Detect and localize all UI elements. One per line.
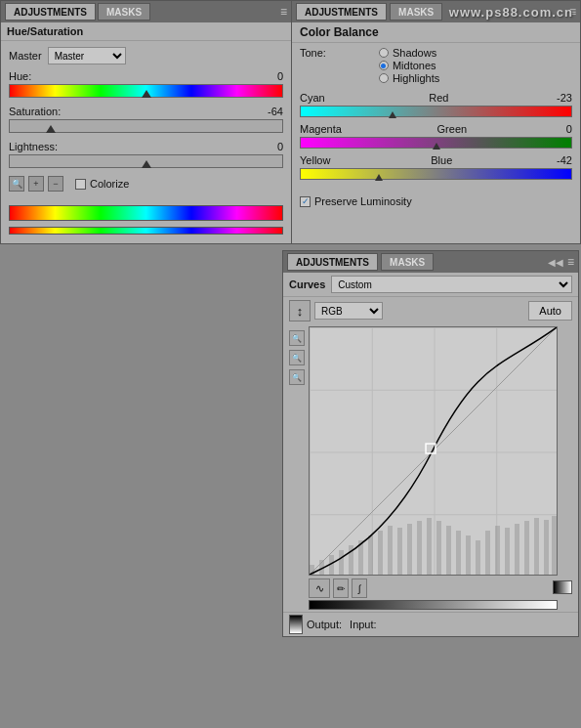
yellow-blue-thumb[interactable] (375, 175, 383, 183)
output-label: Output: (307, 619, 342, 630)
hs-title: Hue/Saturation (1, 22, 291, 41)
hs-panel-header: ADJUSTMENTS MASKS ≡ (1, 1, 291, 22)
preserve-checkbox[interactable]: ✓ (300, 196, 311, 207)
hue-slider-row: Hue: 0 (9, 70, 283, 98)
master-select[interactable]: Master (48, 47, 126, 64)
curves-pen-icon[interactable]: ✏ (333, 578, 349, 598)
spectrum-bar-top (9, 205, 283, 221)
curves-wave-icon[interactable]: ∿ (309, 578, 330, 598)
curves-preset-select[interactable]: Custom (331, 276, 572, 293)
shadows-label: Shadows (393, 47, 436, 59)
curves-tab-masks[interactable]: MASKS (381, 253, 434, 271)
gradient-preview (553, 580, 572, 594)
tone-section: Tone: Shadows Midtones Highlights (292, 43, 580, 88)
tone-midtones[interactable]: Midtones (379, 60, 439, 71)
hs-tab-masks[interactable]: MASKS (98, 3, 150, 21)
bottom-wrapper: ADJUSTMENTS MASKS ◀◀ ≡ Curves Custom ↕ R… (0, 250, 581, 637)
lightness-value: 0 (277, 141, 283, 152)
sat-track[interactable] (9, 119, 283, 133)
lightness-slider-row: Lightness: 0 (9, 141, 283, 168)
curves-expand-icon[interactable]: ◀◀ (548, 257, 563, 268)
highlights-radio[interactable] (379, 73, 389, 83)
cyan-red-row: Cyan Red -23 (300, 92, 572, 117)
cb-tab-adjustments[interactable]: ADJUSTMENTS (296, 3, 387, 21)
tone-options: Shadows Midtones Highlights (379, 47, 439, 84)
input-item: Input: (350, 615, 377, 634)
yellow-label: Yellow (300, 154, 330, 166)
mag-green-track[interactable] (300, 137, 572, 149)
sat-thumb[interactable] (47, 127, 55, 135)
input-label: Input: (350, 619, 377, 630)
curves-smooth-icon[interactable]: ∫ (352, 578, 367, 598)
hs-controls: Master Master Hue: 0 Saturation (1, 41, 291, 195)
hs-tabs: ADJUSTMENTS MASKS (5, 3, 150, 21)
cb-tab-masks[interactable]: MASKS (390, 3, 442, 21)
highlights-label: Highlights (393, 72, 439, 84)
curves-eyedropper-icon[interactable]: 🔍 (289, 330, 305, 346)
red-label: Red (429, 92, 448, 104)
cb-sliders: Cyan Red -23 Magenta Green 0 (292, 88, 580, 190)
tone-highlights[interactable]: Highlights (379, 72, 439, 84)
tone-shadows[interactable]: Shadows (379, 47, 439, 59)
colorize-checkbox-row: Colorize (75, 178, 129, 190)
curves-bottom-controls: ∿ ✏ ∫ (309, 576, 572, 600)
magenta-green-row: Magenta Green 0 (300, 123, 572, 149)
yellow-blue-track-wrapper (300, 168, 572, 180)
lightness-label: Lightness: (9, 141, 58, 152)
preserve-row: ✓ Preserve Luminosity (292, 190, 580, 213)
mag-green-thumb[interactable] (433, 144, 440, 151)
curves-title-row: Curves Custom (283, 273, 578, 297)
curves-header: ADJUSTMENTS MASKS ◀◀ ≡ (283, 251, 578, 273)
channel-select[interactable]: RGB Red Green Blue (314, 302, 383, 320)
light-track[interactable] (9, 154, 283, 168)
light-thumb[interactable] (143, 162, 150, 170)
mag-green-track-wrapper (300, 137, 572, 149)
curves-canvas-wrapper: ∿ ✏ ∫ (309, 326, 572, 610)
dropper-icon[interactable]: 🔍 (9, 176, 24, 192)
hue-value: 0 (277, 70, 283, 82)
yellow-blue-row: Yellow Blue -42 (300, 154, 572, 180)
curves-side-icons: 🔍 🔍 🔍 (289, 326, 305, 610)
curves-tab-adjustments[interactable]: ADJUSTMENTS (287, 253, 378, 271)
preserve-label: Preserve Luminosity (314, 195, 412, 207)
dropper-minus-icon[interactable]: − (48, 176, 63, 192)
cyan-red-thumb[interactable] (389, 112, 396, 120)
curves-tabs: ADJUSTMENTS MASKS (287, 253, 434, 271)
curves-menu-icon[interactable]: ≡ (567, 255, 574, 269)
colorize-checkbox[interactable] (75, 179, 86, 190)
curves-bottom-icons: ∿ ✏ ∫ (309, 578, 367, 598)
hue-track[interactable] (9, 84, 283, 98)
hue-thumb[interactable] (143, 92, 150, 100)
yellow-value: -42 (557, 154, 572, 166)
curves-pointer-icon[interactable]: ↕ (289, 300, 311, 321)
curves-title: Curves (289, 278, 325, 290)
saturation-slider-row: Saturation: -64 (9, 106, 283, 133)
cyan-red-track-wrapper (300, 106, 572, 117)
shadows-radio[interactable] (379, 48, 389, 58)
hue-label: Hue: (9, 70, 31, 82)
cyan-red-track[interactable] (300, 106, 572, 117)
cb-menu-icon[interactable]: ≡ (569, 5, 576, 19)
curves-canvas[interactable] (309, 326, 558, 576)
hs-menu-icon[interactable]: ≡ (280, 5, 287, 19)
color-balance-panel: ADJUSTMENTS MASKS ≡ Color Balance Tone: … (291, 0, 581, 244)
dropper-plus-icon[interactable]: + (28, 176, 44, 192)
cb-title: Color Balance (292, 22, 580, 43)
auto-button[interactable]: Auto (528, 301, 572, 321)
colorize-label: Colorize (90, 178, 129, 190)
hs-tab-adjustments[interactable]: ADJUSTMENTS (5, 3, 96, 21)
curves-eyedropper-plus-icon[interactable]: 🔍 (289, 350, 305, 365)
green-label: Green (437, 123, 468, 135)
tone-label: Tone: (300, 47, 326, 59)
curves-footer: Output: Input: (283, 612, 578, 636)
curves-toolbar: ↕ RGB Red Green Blue Auto (283, 297, 578, 324)
midtones-radio[interactable] (379, 61, 389, 70)
yellow-blue-track[interactable] (300, 168, 572, 180)
magenta-value: 0 (566, 123, 572, 135)
cb-panel-header: ADJUSTMENTS MASKS ≡ (292, 1, 580, 22)
curves-eyedropper-minus-icon[interactable]: 🔍 (289, 369, 305, 385)
master-label: Master (9, 50, 42, 62)
cyan-value: -23 (557, 92, 572, 104)
hue-saturation-panel: ADJUSTMENTS MASKS ≡ Hue/Saturation Maste… (0, 0, 291, 244)
output-item: Output: (289, 615, 342, 634)
